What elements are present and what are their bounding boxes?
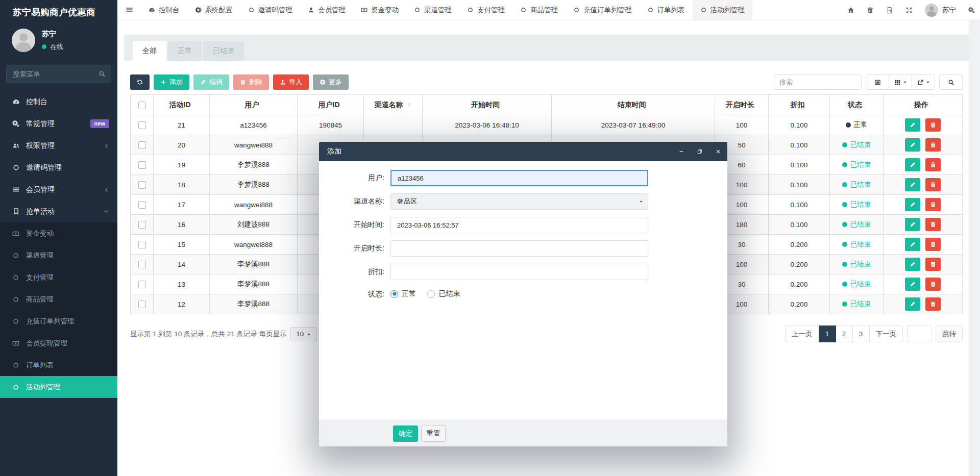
refresh-button[interactable]: [130, 74, 150, 90]
edit-button[interactable]: 编辑: [193, 74, 229, 90]
delete-row-button[interactable]: [925, 158, 941, 171]
sidebar-subitem[interactable]: 商品管理: [0, 288, 117, 310]
home-icon[interactable]: [841, 7, 861, 14]
export-button[interactable]: [912, 74, 935, 90]
sidebar-item[interactable]: 会员管理: [0, 179, 117, 201]
sidebar-subitem[interactable]: 订单列表: [0, 354, 117, 376]
row-checkbox[interactable]: [138, 221, 146, 229]
row-checkbox[interactable]: [138, 201, 146, 209]
discount-field[interactable]: [390, 264, 648, 280]
row-checkbox[interactable]: [138, 261, 146, 268]
delete-row-button[interactable]: [925, 258, 941, 271]
sidebar-item[interactable]: 常规管理 new: [0, 113, 117, 135]
reset-button[interactable]: 重置: [421, 425, 446, 442]
search-button[interactable]: [939, 74, 963, 90]
minimize-icon[interactable]: [672, 142, 691, 161]
edit-row-button[interactable]: [905, 178, 920, 191]
edit-row-button[interactable]: [905, 297, 920, 311]
column-header[interactable]: 折扣: [769, 95, 830, 115]
delete-row-button[interactable]: [925, 297, 941, 311]
table-search-input[interactable]: [774, 74, 862, 90]
fullscreen-icon[interactable]: [899, 7, 919, 14]
edit-row-button[interactable]: [905, 138, 920, 152]
sidebar-item[interactable]: 抢单活动: [0, 201, 117, 222]
row-checkbox[interactable]: [138, 141, 146, 149]
select-all-checkbox[interactable]: [138, 102, 146, 109]
toggle-view-button[interactable]: [866, 74, 889, 90]
delete-button[interactable]: 删除: [233, 74, 269, 90]
add-button[interactable]: 添加: [154, 74, 189, 90]
status-radio-option[interactable]: 已结束: [427, 289, 460, 298]
edit-row-button[interactable]: [905, 258, 920, 271]
page-number-button[interactable]: 1: [819, 325, 836, 342]
edit-row-button[interactable]: [905, 158, 920, 171]
close-icon[interactable]: [709, 142, 727, 161]
start-time-field[interactable]: [390, 217, 648, 233]
row-checkbox[interactable]: [138, 181, 146, 189]
prev-page-button[interactable]: 上一页: [785, 325, 819, 342]
page-size-select[interactable]: 10: [290, 327, 317, 341]
column-header[interactable]: 用户: [210, 95, 298, 115]
topnav-tab[interactable]: 支付管理: [459, 0, 512, 20]
sidebar-item[interactable]: 权限管理: [0, 135, 117, 157]
status-radio-option[interactable]: 正常: [390, 289, 416, 298]
sidebar-subitem[interactable]: 支付管理: [0, 266, 117, 288]
column-header[interactable]: 渠道名称: [364, 95, 423, 115]
column-header[interactable]: 开启时长: [715, 95, 769, 115]
trash-icon[interactable]: [861, 7, 880, 14]
delete-row-button[interactable]: [925, 278, 941, 291]
channel-select[interactable]: 奢品区: [390, 193, 648, 210]
sidebar-toggle-button[interactable]: [117, 0, 141, 20]
topnav-tab[interactable]: 邀请码管理: [240, 0, 301, 20]
column-header[interactable]: 操作: [884, 95, 963, 115]
sidebar-subitem[interactable]: 充值订单列管理: [0, 310, 117, 332]
delete-row-button[interactable]: [925, 178, 941, 191]
topnav-tab[interactable]: 会员管理: [300, 0, 353, 20]
columns-button[interactable]: [889, 74, 912, 90]
maximize-icon[interactable]: [691, 142, 709, 161]
user-field[interactable]: [390, 170, 648, 186]
user-menu[interactable]: 苏宁: [919, 4, 962, 17]
topnav-tab[interactable]: 订单列表: [640, 0, 693, 20]
page-number-button[interactable]: 3: [852, 325, 870, 342]
delete-row-button[interactable]: [925, 118, 941, 132]
row-checkbox[interactable]: [138, 300, 146, 308]
topnav-tab[interactable]: 系统配置: [187, 0, 240, 20]
import-button[interactable]: 导入: [273, 74, 309, 90]
column-header[interactable]: 活动ID: [154, 95, 210, 115]
topnav-tab[interactable]: 资金变动: [353, 0, 406, 20]
confirm-button[interactable]: 确定: [393, 425, 418, 442]
topnav-tab[interactable]: 充值订单列管理: [566, 0, 640, 20]
delete-row-button[interactable]: [925, 238, 941, 251]
jump-page-input[interactable]: [907, 325, 932, 342]
delete-row-button[interactable]: [925, 198, 941, 211]
column-header[interactable]: 开始时间: [423, 95, 552, 115]
row-checkbox[interactable]: [138, 281, 146, 288]
row-checkbox[interactable]: [138, 241, 146, 248]
column-header[interactable]: 结束时间: [552, 95, 715, 115]
page-number-button[interactable]: 2: [836, 325, 853, 342]
row-checkbox[interactable]: [138, 121, 146, 129]
menu-search-input[interactable]: [7, 65, 111, 83]
duration-field[interactable]: [390, 240, 648, 257]
sidebar-subitem[interactable]: 渠道管理: [0, 244, 117, 266]
sidebar-subitem[interactable]: 活动列管理: [0, 376, 117, 398]
dialog-titlebar[interactable]: 添加: [319, 142, 727, 161]
edit-row-button[interactable]: [905, 278, 920, 291]
row-checkbox[interactable]: [138, 161, 146, 169]
edit-row-button[interactable]: [905, 198, 920, 211]
topnav-tab[interactable]: 渠道管理: [406, 0, 459, 20]
filter-tab[interactable]: 全部: [133, 41, 166, 61]
filter-tab[interactable]: 正常: [168, 41, 202, 61]
refresh-page-icon[interactable]: [880, 7, 899, 14]
topnav-tab[interactable]: 控制台: [141, 0, 187, 20]
column-header[interactable]: 状态: [830, 95, 884, 115]
settings-gears-icon[interactable]: [962, 7, 980, 14]
edit-row-button[interactable]: [905, 118, 920, 132]
sidebar-item[interactable]: 邀请码管理: [0, 157, 117, 179]
more-button[interactable]: 更多: [313, 74, 349, 90]
edit-row-button[interactable]: [905, 218, 920, 231]
topnav-tab[interactable]: 商品管理: [512, 0, 566, 20]
jump-button[interactable]: 跳转: [936, 325, 963, 342]
sidebar-subitem[interactable]: 资金变动: [0, 222, 117, 244]
